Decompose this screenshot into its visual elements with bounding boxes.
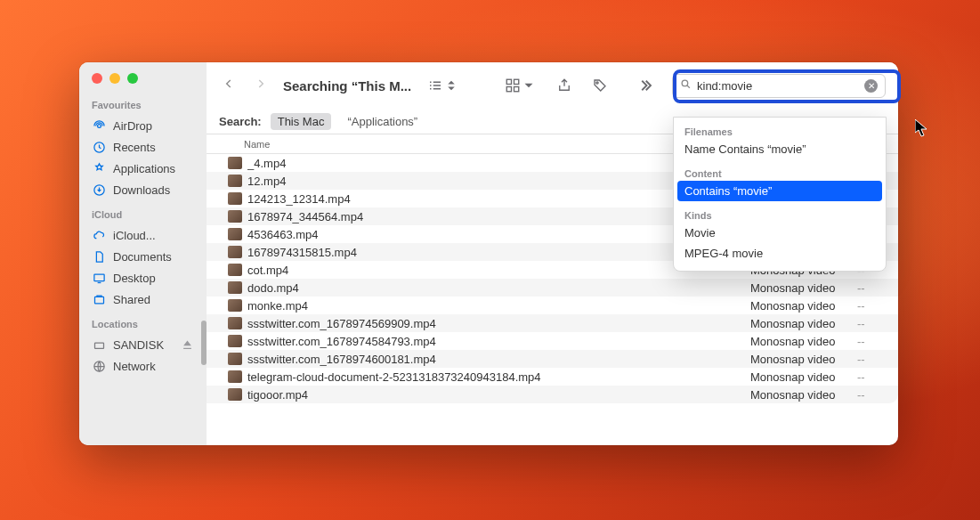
sidebar-item-network[interactable]: Network — [79, 355, 207, 377]
sidebar-item-label: Documents — [113, 250, 172, 264]
file-name: 12.mp4 — [247, 175, 743, 188]
file-size: -- — [850, 317, 898, 330]
sidebar-item-documents[interactable]: Documents — [79, 246, 207, 267]
file-thumbnail-icon — [228, 157, 242, 169]
shared-icon — [92, 292, 106, 306]
file-size: -- — [850, 281, 898, 295]
file-row[interactable]: telegram-cloud-document-2-52313183732409… — [207, 368, 898, 386]
svg-rect-4 — [94, 297, 103, 304]
suggest-item[interactable]: Name Contains “movie” — [674, 139, 886, 159]
file-thumbnail-icon — [228, 353, 242, 365]
sidebar-item-recents[interactable]: Recents — [79, 136, 207, 158]
cloud-icon — [92, 228, 106, 242]
search-label: Search: — [219, 115, 262, 128]
sidebar: Favourites AirDrop Recents Applications … — [79, 62, 207, 445]
doc-icon — [92, 249, 106, 264]
file-name: 1678974_344564.mp4 — [247, 210, 743, 223]
file-thumbnail-icon — [228, 210, 242, 223]
sidebar-item-shared[interactable]: Shared — [79, 288, 207, 310]
drive-icon — [92, 337, 106, 352]
suggest-item[interactable]: Movie — [674, 223, 886, 243]
search-icon — [680, 77, 692, 93]
svg-rect-10 — [514, 87, 519, 92]
sidebar-section-icloud: iCloud — [79, 209, 207, 224]
file-row[interactable]: ssstwitter.com_1678974600181.mp4Monosnap… — [207, 350, 898, 368]
file-name: dodo.mp4 — [247, 281, 743, 295]
file-size: -- — [850, 335, 898, 348]
file-name: 1678974315815.mp4 — [247, 246, 743, 259]
file-thumbnail-icon — [228, 175, 242, 187]
scope-this-mac[interactable]: This Mac — [271, 113, 332, 130]
file-size: -- — [850, 388, 898, 402]
file-row[interactable]: tigooor.mp4Monosnap video-- — [207, 386, 898, 403]
airdrop-icon — [92, 118, 106, 133]
sidebar-section-locations: Locations — [79, 319, 207, 334]
sidebar-item-label: Shared — [113, 293, 150, 306]
suggest-group-kinds: Kinds — [674, 207, 886, 223]
svg-rect-7 — [506, 79, 511, 84]
file-kind: Monosnap video — [743, 317, 850, 330]
sidebar-item-label: SANDISK — [113, 338, 164, 352]
file-size: -- — [850, 353, 898, 366]
search-suggestions: Filenames Name Contains “movie” Content … — [673, 117, 887, 272]
sidebar-item-sandisk[interactable]: SANDISK — [79, 334, 207, 355]
sidebar-item-airdrop[interactable]: AirDrop — [79, 115, 207, 136]
suggest-item[interactable]: MPEG-4 movie — [674, 243, 886, 264]
sidebar-section-favourites: Favourites — [79, 100, 207, 115]
sidebar-item-downloads[interactable]: Downloads — [79, 179, 207, 200]
scope-applications[interactable]: “Applications” — [340, 113, 425, 130]
sidebar-item-desktop[interactable]: Desktop — [79, 267, 207, 288]
sidebar-item-icloud[interactable]: iCloud... — [79, 224, 207, 246]
forward-button[interactable] — [251, 76, 271, 95]
file-kind: Monosnap video — [743, 388, 850, 402]
file-thumbnail-icon — [228, 192, 242, 205]
back-button[interactable] — [219, 76, 239, 95]
sidebar-item-label: Desktop — [113, 272, 156, 285]
more-icon[interactable] — [636, 77, 660, 93]
svg-point-12 — [682, 80, 688, 86]
sidebar-item-applications[interactable]: Applications — [79, 158, 207, 179]
window-title: Searching “This M... — [283, 78, 411, 93]
file-row[interactable]: ssstwitter.com_1678974584793.mp4Monosnap… — [207, 332, 898, 350]
share-icon[interactable] — [553, 77, 576, 93]
file-thumbnail-icon — [228, 317, 242, 329]
sidebar-item-label: Downloads — [113, 183, 170, 197]
file-thumbnail-icon — [228, 388, 242, 401]
toolbar: Searching “This M... ✕ Filenames Name Co… — [207, 62, 898, 109]
sidebar-item-label: Recents — [113, 141, 156, 154]
svg-rect-8 — [514, 79, 519, 84]
file-row[interactable]: ssstwitter.com_1678974569909.mp4Monosnap… — [207, 314, 898, 332]
desktop-icon — [92, 271, 106, 285]
search-field[interactable]: ✕ — [672, 74, 886, 98]
eject-icon[interactable] — [180, 337, 194, 352]
main-area: Searching “This M... ✕ Filenames Name Co… — [207, 62, 898, 445]
file-thumbnail-icon — [228, 228, 242, 240]
svg-point-0 — [97, 124, 101, 127]
group-icon[interactable] — [501, 77, 540, 93]
file-row[interactable]: dodo.mp4Monosnap video-- — [207, 279, 898, 297]
view-list-icon[interactable] — [424, 77, 463, 93]
file-kind: Monosnap video — [743, 335, 850, 348]
file-kind: Monosnap video — [743, 370, 850, 384]
file-row[interactable]: monke.mp4Monosnap video-- — [207, 297, 898, 314]
suggest-item-selected[interactable]: Contains “movie” — [677, 181, 882, 201]
download-icon — [92, 183, 106, 197]
maximize-button[interactable] — [127, 73, 138, 84]
column-name[interactable]: Name — [207, 139, 743, 150]
sidebar-item-label: AirDrop — [113, 119, 152, 133]
search-input[interactable] — [697, 79, 859, 93]
apps-icon — [92, 161, 106, 175]
file-kind: Monosnap video — [743, 299, 850, 313]
file-thumbnail-icon — [228, 299, 242, 312]
file-name: ssstwitter.com_1678974569909.mp4 — [247, 317, 743, 330]
tag-icon[interactable] — [588, 77, 611, 93]
sidebar-item-label: iCloud... — [113, 229, 156, 242]
svg-rect-3 — [93, 274, 103, 281]
globe-icon — [92, 359, 106, 373]
sidebar-item-label: Network — [113, 360, 156, 373]
file-name: telegram-cloud-document-2-52313183732409… — [247, 370, 743, 384]
close-button[interactable] — [92, 73, 102, 84]
clear-icon[interactable]: ✕ — [864, 79, 878, 93]
minimize-button[interactable] — [109, 73, 120, 84]
file-name: 4536463.mp4 — [247, 228, 743, 241]
